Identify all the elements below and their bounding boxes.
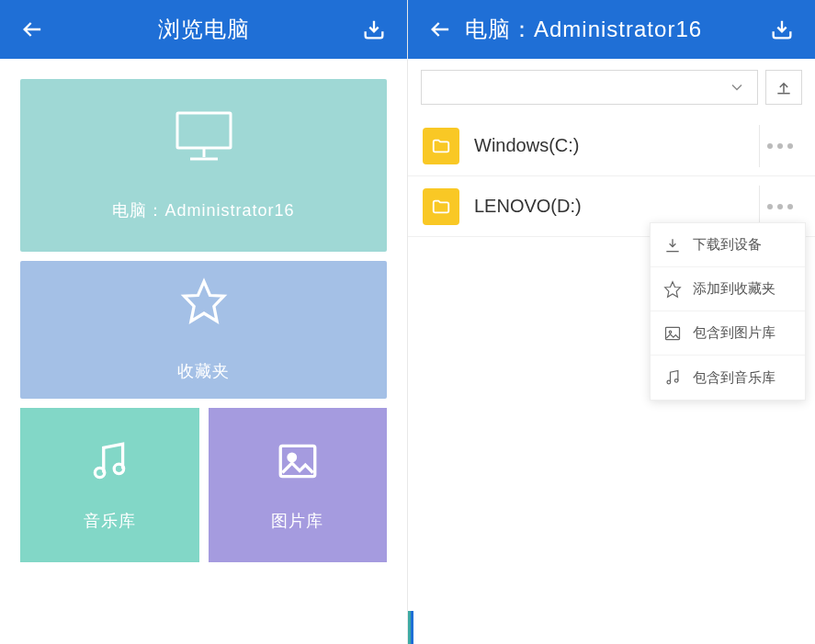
svg-rect-9	[666, 327, 680, 339]
favorites-tile[interactable]: 收藏夹	[20, 261, 387, 399]
back-button[interactable]	[17, 13, 50, 46]
more-icon	[767, 204, 793, 209]
file-name: LENOVO(D:)	[474, 196, 744, 217]
file-list: Windows(C:) LENOVO(D:)	[408, 116, 815, 237]
chevron-down-icon	[728, 78, 746, 96]
image-tile-label: 图片库	[271, 510, 323, 532]
star-icon	[663, 280, 682, 299]
menu-include-music[interactable]: 包含到音乐库	[651, 356, 805, 400]
more-button[interactable]	[759, 125, 800, 167]
file-name: Windows(C:)	[474, 135, 744, 156]
download-icon	[663, 236, 682, 254]
left-title: 浏览电脑	[50, 15, 357, 44]
computer-tile[interactable]: 电脑：Administrator16	[20, 79, 387, 252]
file-row[interactable]: Windows(C:)	[408, 116, 815, 176]
back-button[interactable]	[424, 13, 458, 46]
menu-include-image[interactable]: 包含到图片库	[651, 311, 805, 356]
menu-label: 添加到收藏夹	[693, 280, 775, 298]
computer-tile-label: 电脑：Administrator16	[112, 199, 294, 221]
menu-favorite[interactable]: 添加到收藏夹	[651, 267, 805, 311]
browse-pane: 浏览电脑 电脑：Administrator16 收藏夹	[0, 0, 408, 644]
image-icon	[663, 324, 682, 343]
menu-label: 包含到音乐库	[693, 369, 775, 387]
svg-point-4	[96, 468, 105, 477]
svg-rect-6	[280, 446, 315, 476]
music-tile[interactable]: 音乐库	[20, 408, 199, 562]
svg-point-11	[667, 380, 671, 384]
svg-point-10	[669, 331, 672, 333]
music-note-icon	[663, 368, 682, 387]
monitor-icon	[172, 109, 236, 168]
folder-icon	[423, 188, 459, 225]
context-menu: 下载到设备 添加到收藏夹 包含到图片库 包含到音乐库	[650, 222, 806, 401]
svg-rect-0	[177, 113, 231, 148]
tiles-container: 电脑：Administrator16 收藏夹 音乐库	[0, 59, 407, 582]
favorites-tile-label: 收藏夹	[177, 360, 230, 382]
path-toolbar	[408, 59, 815, 116]
svg-point-7	[289, 454, 296, 461]
download-tray-button[interactable]	[357, 13, 391, 46]
svg-point-12	[674, 379, 678, 383]
music-note-icon	[86, 438, 132, 488]
folder-icon	[423, 128, 459, 164]
star-icon	[180, 277, 228, 329]
more-button[interactable]	[759, 186, 800, 228]
path-dropdown[interactable]	[421, 70, 758, 105]
music-tile-label: 音乐库	[84, 510, 136, 532]
image-tile[interactable]: 图片库	[209, 408, 388, 562]
left-header: 浏览电脑	[0, 0, 407, 59]
menu-label: 包含到图片库	[693, 324, 775, 342]
image-icon	[275, 438, 321, 488]
menu-label: 下载到设备	[693, 236, 762, 254]
right-header: 电脑：Administrator16	[408, 0, 815, 59]
small-tiles-row: 音乐库 图片库	[20, 408, 387, 562]
svg-marker-3	[184, 281, 223, 321]
right-title: 电脑：Administrator16	[458, 15, 765, 44]
download-tray-button[interactable]	[765, 13, 798, 46]
svg-point-5	[114, 464, 123, 473]
upload-button[interactable]	[765, 70, 802, 105]
menu-download[interactable]: 下载到设备	[651, 223, 805, 267]
svg-marker-8	[665, 281, 681, 297]
file-list-pane: 电脑：Administrator16 Windows(C:) LENOVO(D	[408, 0, 815, 644]
more-icon	[767, 143, 793, 149]
upload-icon	[775, 78, 793, 96]
